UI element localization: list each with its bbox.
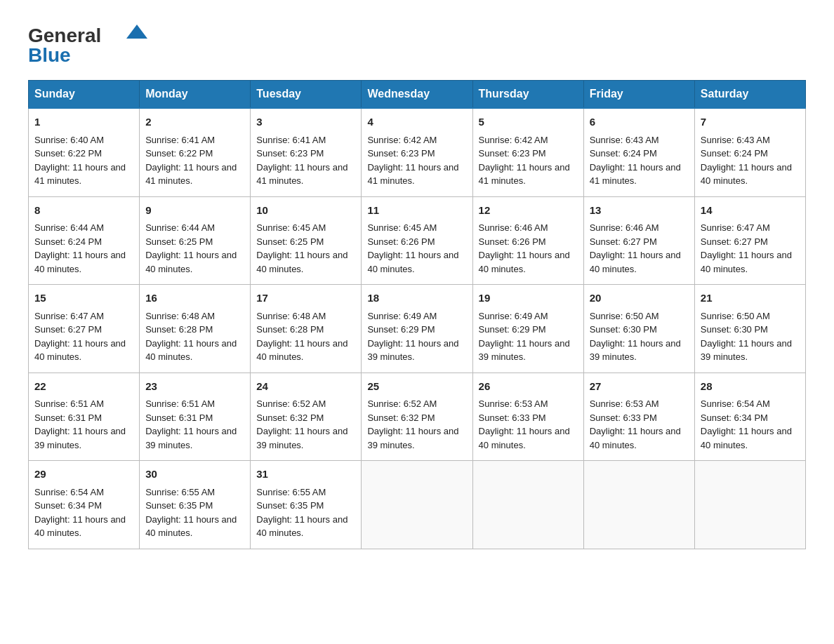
daylight-label: Daylight: 11 hours and 40 minutes. <box>479 426 570 450</box>
svg-marker-1 <box>126 25 147 39</box>
sunrise-label: Sunrise: 6:41 AM <box>256 135 326 145</box>
day-number: 13 <box>590 203 689 219</box>
day-number: 19 <box>479 290 578 307</box>
day-number: 25 <box>367 379 466 395</box>
calendar-cell: 3 Sunrise: 6:41 AM Sunset: 6:23 PM Dayli… <box>251 108 362 196</box>
calendar-week-row: 29 Sunrise: 6:54 AM Sunset: 6:34 PM Dayl… <box>29 461 806 549</box>
sunset-label: Sunset: 6:32 PM <box>367 412 435 423</box>
daylight-label: Daylight: 11 hours and 41 minutes. <box>590 162 681 187</box>
sunset-label: Sunset: 6:26 PM <box>479 236 546 247</box>
sunset-label: Sunset: 6:22 PM <box>145 148 213 159</box>
calendar-cell: 6 Sunrise: 6:43 AM Sunset: 6:24 PM Dayli… <box>583 108 694 196</box>
sunset-label: Sunset: 6:35 PM <box>145 500 213 511</box>
calendar-cell: 18 Sunrise: 6:49 AM Sunset: 6:29 PM Dayl… <box>362 285 472 373</box>
day-number: 18 <box>367 290 466 307</box>
calendar-cell <box>694 461 805 549</box>
calendar-header-row: SundayMondayTuesdayWednesdayThursdayFrid… <box>29 81 806 109</box>
sunrise-label: Sunrise: 6:48 AM <box>256 311 326 321</box>
daylight-label: Daylight: 11 hours and 41 minutes. <box>256 162 348 187</box>
sunrise-label: Sunrise: 6:42 AM <box>479 135 548 145</box>
sunset-label: Sunset: 6:24 PM <box>34 236 102 247</box>
day-number: 6 <box>590 114 689 130</box>
calendar-cell: 25 Sunrise: 6:52 AM Sunset: 6:32 PM Dayl… <box>362 373 472 461</box>
logo: General Blue <box>28 21 154 63</box>
sunset-label: Sunset: 6:25 PM <box>256 236 324 247</box>
sunset-label: Sunset: 6:28 PM <box>145 324 213 335</box>
day-number: 10 <box>256 203 355 219</box>
calendar-day-header: Monday <box>140 81 251 109</box>
calendar-cell: 17 Sunrise: 6:48 AM Sunset: 6:28 PM Dayl… <box>251 285 362 373</box>
day-number: 24 <box>256 379 355 395</box>
sunset-label: Sunset: 6:24 PM <box>701 148 768 159</box>
sunset-label: Sunset: 6:29 PM <box>479 324 546 335</box>
calendar-cell <box>472 461 583 549</box>
logo-svg: General Blue <box>28 21 154 63</box>
sunrise-label: Sunrise: 6:43 AM <box>701 135 770 145</box>
calendar-cell: 8 Sunrise: 6:44 AM Sunset: 6:24 PM Dayli… <box>29 196 140 285</box>
day-number: 4 <box>367 114 466 130</box>
calendar-cell: 20 Sunrise: 6:50 AM Sunset: 6:30 PM Dayl… <box>583 285 694 373</box>
calendar-cell: 31 Sunrise: 6:55 AM Sunset: 6:35 PM Dayl… <box>251 461 362 549</box>
daylight-label: Daylight: 11 hours and 39 minutes. <box>145 426 237 450</box>
sunset-label: Sunset: 6:22 PM <box>34 148 102 159</box>
day-number: 16 <box>145 290 244 307</box>
sunrise-label: Sunrise: 6:47 AM <box>701 222 770 233</box>
calendar-week-row: 22 Sunrise: 6:51 AM Sunset: 6:31 PM Dayl… <box>29 373 806 461</box>
calendar-cell <box>583 461 694 549</box>
calendar-day-header: Friday <box>583 81 694 109</box>
sunset-label: Sunset: 6:29 PM <box>367 324 435 335</box>
calendar-week-row: 15 Sunrise: 6:47 AM Sunset: 6:27 PM Dayl… <box>29 285 806 373</box>
sunrise-label: Sunrise: 6:40 AM <box>34 135 104 145</box>
calendar-cell: 14 Sunrise: 6:47 AM Sunset: 6:27 PM Dayl… <box>694 196 805 285</box>
calendar-week-row: 8 Sunrise: 6:44 AM Sunset: 6:24 PM Dayli… <box>29 196 806 285</box>
sunrise-label: Sunrise: 6:55 AM <box>256 487 326 497</box>
sunrise-label: Sunrise: 6:46 AM <box>590 222 659 233</box>
daylight-label: Daylight: 11 hours and 39 minutes. <box>256 426 348 450</box>
sunset-label: Sunset: 6:24 PM <box>590 148 657 159</box>
sunset-label: Sunset: 6:33 PM <box>479 412 546 423</box>
calendar-cell: 28 Sunrise: 6:54 AM Sunset: 6:34 PM Dayl… <box>694 373 805 461</box>
sunrise-label: Sunrise: 6:42 AM <box>367 135 437 145</box>
day-number: 12 <box>479 203 578 219</box>
daylight-label: Daylight: 11 hours and 40 minutes. <box>34 514 126 539</box>
sunrise-label: Sunrise: 6:44 AM <box>34 222 104 233</box>
sunrise-label: Sunrise: 6:50 AM <box>590 311 659 321</box>
day-number: 22 <box>34 379 133 395</box>
daylight-label: Daylight: 11 hours and 40 minutes. <box>590 250 681 274</box>
calendar-cell: 4 Sunrise: 6:42 AM Sunset: 6:23 PM Dayli… <box>362 108 472 196</box>
sunset-label: Sunset: 6:28 PM <box>256 324 324 335</box>
calendar-cell: 30 Sunrise: 6:55 AM Sunset: 6:35 PM Dayl… <box>140 461 251 549</box>
daylight-label: Daylight: 11 hours and 39 minutes. <box>701 338 792 363</box>
day-number: 15 <box>34 290 133 307</box>
daylight-label: Daylight: 11 hours and 41 minutes. <box>479 162 570 187</box>
day-number: 21 <box>701 290 800 307</box>
daylight-label: Daylight: 11 hours and 40 minutes. <box>145 514 237 539</box>
daylight-label: Daylight: 11 hours and 39 minutes. <box>367 426 458 450</box>
sunrise-label: Sunrise: 6:49 AM <box>479 311 548 321</box>
daylight-label: Daylight: 11 hours and 40 minutes. <box>479 250 570 274</box>
sunrise-label: Sunrise: 6:52 AM <box>367 398 437 409</box>
daylight-label: Daylight: 11 hours and 39 minutes. <box>590 338 681 363</box>
daylight-label: Daylight: 11 hours and 40 minutes. <box>256 250 348 274</box>
day-number: 14 <box>701 203 800 219</box>
sunrise-label: Sunrise: 6:41 AM <box>145 135 215 145</box>
sunset-label: Sunset: 6:30 PM <box>701 324 768 335</box>
sunset-label: Sunset: 6:23 PM <box>367 148 435 159</box>
calendar-cell: 22 Sunrise: 6:51 AM Sunset: 6:31 PM Dayl… <box>29 373 140 461</box>
daylight-label: Daylight: 11 hours and 39 minutes. <box>479 338 570 363</box>
calendar-cell: 5 Sunrise: 6:42 AM Sunset: 6:23 PM Dayli… <box>472 108 583 196</box>
sunset-label: Sunset: 6:30 PM <box>590 324 657 335</box>
sunrise-label: Sunrise: 6:44 AM <box>145 222 215 233</box>
calendar-day-header: Sunday <box>29 81 140 109</box>
calendar-cell: 27 Sunrise: 6:53 AM Sunset: 6:33 PM Dayl… <box>583 373 694 461</box>
daylight-label: Daylight: 11 hours and 40 minutes. <box>145 250 237 274</box>
sunset-label: Sunset: 6:27 PM <box>701 236 768 247</box>
daylight-label: Daylight: 11 hours and 40 minutes. <box>701 250 792 274</box>
calendar-cell: 13 Sunrise: 6:46 AM Sunset: 6:27 PM Dayl… <box>583 196 694 285</box>
sunrise-label: Sunrise: 6:55 AM <box>145 487 215 497</box>
sunrise-label: Sunrise: 6:46 AM <box>479 222 548 233</box>
daylight-label: Daylight: 11 hours and 39 minutes. <box>367 338 458 363</box>
sunrise-label: Sunrise: 6:45 AM <box>256 222 326 233</box>
calendar-cell: 23 Sunrise: 6:51 AM Sunset: 6:31 PM Dayl… <box>140 373 251 461</box>
calendar-cell: 12 Sunrise: 6:46 AM Sunset: 6:26 PM Dayl… <box>472 196 583 285</box>
